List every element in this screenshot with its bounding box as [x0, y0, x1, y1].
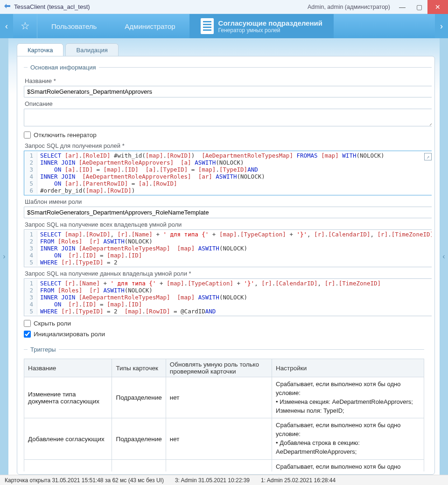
col-settings[interactable]: Настройки	[272, 359, 424, 377]
table-row[interactable]: Изменение типа документа согласующихПодр…	[24, 377, 424, 418]
ribbon-tab-admin[interactable]: Администратор	[111, 14, 189, 38]
col-update-only[interactable]: Обновлять умную роль только проверяемой …	[166, 359, 272, 377]
disable-generator-label: Отключить генератор	[34, 132, 97, 139]
desc-label: Описание	[25, 100, 432, 107]
hide-roles-checkbox[interactable]	[24, 320, 31, 327]
ribbon-tab-user[interactable]: Пользователь	[37, 14, 111, 38]
init-roles-row[interactable]: Инициализировать роли	[24, 331, 432, 338]
app-icon	[4, 2, 11, 11]
sql-roles-editor[interactable]: ↗ 1SELECT [ar].[RoleID] #with_id([map].[…	[24, 151, 432, 195]
statusbar: Карточка открыта 31.05.2021 15:51:48 за …	[0, 475, 448, 485]
left-panel-handle[interactable]: ›	[0, 38, 8, 475]
document-icon	[201, 18, 214, 34]
section-main-info: Основная информация	[28, 64, 99, 71]
right-panel-handle[interactable]: ‹	[440, 38, 448, 475]
init-roles-checkbox[interactable]	[24, 331, 31, 338]
sql-owner-data-editor[interactable]: 1SELECT [r].[Name] + ' для типа {' + [ma…	[24, 278, 432, 316]
hide-roles-row[interactable]: Скрыть роли	[24, 320, 432, 327]
active-tab-title: Согласующие подразделений	[218, 19, 322, 27]
name-input[interactable]	[24, 86, 432, 97]
tab-card[interactable]: Карточка	[17, 43, 63, 56]
sql-owner-data-label: Запрос SQL на получение данных владельца…	[25, 270, 432, 277]
tab-validation[interactable]: Валидация	[65, 43, 118, 56]
close-button[interactable]: ✕	[427, 0, 448, 14]
sql-owners-editor[interactable]: 1SELECT [map].[RowID], [r].[Name] + ' дл…	[24, 229, 432, 267]
section-triggers: Триггеры	[28, 346, 59, 353]
ribbon-tab-active[interactable]: Согласующие подразделений Генератор умны…	[189, 14, 334, 38]
desc-input[interactable]	[24, 109, 432, 126]
triggers-table: Название Типы карточек Обновлять умную р…	[24, 359, 424, 471]
col-card-types[interactable]: Типы карточек	[112, 359, 166, 377]
disable-generator-row[interactable]: Отключить генератор	[24, 132, 432, 139]
minimize-button[interactable]: —	[394, 0, 411, 14]
favorites-button[interactable]: ☆	[13, 14, 37, 38]
expand-icon[interactable]: ↗	[424, 153, 432, 160]
role-template-input[interactable]	[24, 207, 432, 218]
name-label: Название *	[25, 77, 432, 84]
active-tab-subtitle: Генератор умных ролей	[218, 27, 322, 34]
ribbon: ‹ ☆ Пользователь Администратор Согласующ…	[0, 14, 448, 38]
maximize-button[interactable]: ▢	[411, 0, 427, 14]
table-row[interactable]: Удаление согласующихПодразделениенетСраб…	[24, 459, 424, 471]
nav-forward-button[interactable]: ›	[435, 14, 448, 38]
card-scroll[interactable]: Основная информация Название * Описание …	[24, 61, 432, 471]
disable-generator-checkbox[interactable]	[24, 132, 31, 139]
window-title: TessaClient (tessa_acl_test)	[14, 3, 308, 10]
status-mid: 3: Admin 31.05.2021 10:22:39	[175, 477, 250, 484]
sql-roles-label: Запрос SQL для получения ролей *	[25, 142, 432, 149]
sql-owners-label: Запрос SQL на получение всех владельцев …	[25, 221, 432, 228]
status-left: Карточка открыта 31.05.2021 15:51:48 за …	[5, 477, 164, 484]
col-name[interactable]: Название	[24, 359, 112, 377]
nav-back-button[interactable]: ‹	[0, 14, 13, 38]
user-info: Admin, admin (администратор)	[308, 4, 390, 10]
status-right: 1: Admin 25.02.2021 16:28:44	[261, 477, 336, 484]
hide-roles-label: Скрыть роли	[34, 320, 71, 327]
card-tabs: Карточка Валидация	[17, 43, 435, 56]
table-row[interactable]: Добавление согласующихПодразделениенетСр…	[24, 418, 424, 459]
init-roles-label: Инициализировать роли	[34, 331, 105, 338]
titlebar: TessaClient (tessa_acl_test) Admin, admi…	[0, 0, 448, 14]
role-template-label: Шаблон имени роли	[25, 198, 432, 205]
